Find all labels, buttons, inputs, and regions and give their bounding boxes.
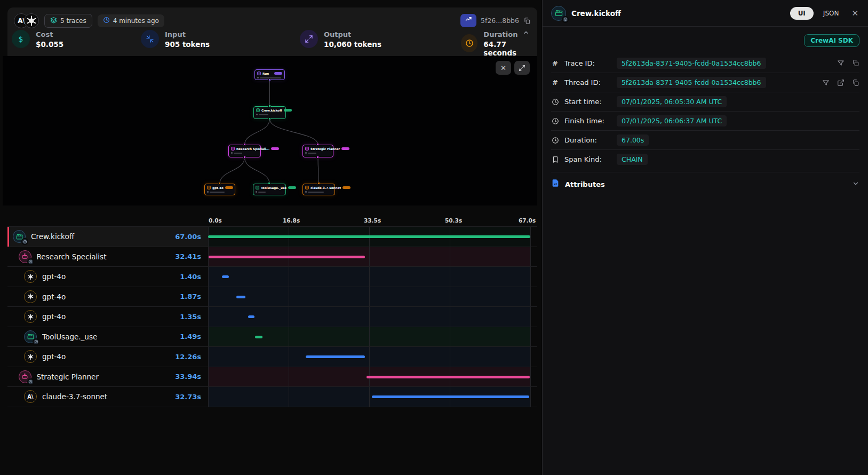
attributes-section[interactable]: Attributes	[551, 172, 859, 196]
node-badge	[343, 186, 351, 189]
copy-icon[interactable]	[852, 79, 859, 86]
chevron-up-icon[interactable]	[522, 29, 530, 36]
clock-icon	[551, 117, 559, 125]
field-finish-time: Finish time: 07/01/2025, 06:06:37 AM UTC	[551, 111, 859, 130]
span-bar	[372, 395, 529, 398]
node-icon	[207, 186, 211, 189]
agentops-badge-icon	[33, 338, 39, 345]
trend-chart-button[interactable]	[460, 14, 476, 27]
field-value: 07/01/2025, 06:05:30 AM UTC	[617, 96, 727, 107]
field-label: Start time:	[564, 98, 611, 106]
stat-output-label: Output	[324, 30, 381, 40]
node-handle	[316, 143, 319, 146]
stat-input-label: Input	[165, 30, 210, 40]
graph-node-gpt-4o[interactable]: gpt-4o	[204, 184, 235, 195]
copy-icon[interactable]	[523, 17, 531, 25]
tab-ui[interactable]: UI	[790, 7, 814, 20]
field-value: 67.00s	[617, 134, 649, 146]
field-value: 07/01/2025, 06:06:37 AM UTC	[617, 115, 727, 126]
agentops-badge-icon	[27, 378, 34, 385]
span-track	[208, 387, 531, 407]
axis-tick: 67.0s	[519, 217, 536, 224]
node-handle	[243, 156, 246, 159]
crew-icon	[13, 230, 26, 243]
span-duration: 1.35s	[180, 313, 208, 321]
span-row-gpt-4o[interactable]: gpt-4o 1.87s	[7, 287, 537, 307]
tab-json[interactable]: JSON	[819, 7, 843, 20]
span-name: claude-3.7-sonnet	[42, 392, 170, 401]
time-ago-label: 4 minutes ago	[113, 17, 159, 25]
span-name: gpt-4o	[42, 352, 170, 361]
detail-panel-title: Crew.kickoff	[571, 9, 785, 18]
stat-input: Input 905 tokens	[141, 30, 210, 49]
trace-header-top: A\ 5 traces 4 minutes ago	[7, 7, 537, 29]
span-row-crew-kickoff[interactable]: Crew.kickoff 67.00s	[7, 226, 537, 247]
node-icon	[256, 186, 259, 189]
node-subtext	[234, 153, 242, 154]
model-avatar-stack: A\	[14, 13, 39, 28]
node-subtext	[258, 192, 266, 193]
node-badge	[341, 147, 349, 150]
detail-panel-header: Crew.kickoff UI JSON ✕	[543, 0, 868, 27]
node-handle	[268, 105, 271, 107]
stat-output: Output 10,060 tokens	[300, 30, 381, 49]
span-track	[208, 367, 531, 387]
stat-cost-value: $0.055	[36, 40, 63, 49]
span-bar	[209, 256, 364, 258]
trace-stats-row: $ Cost $0.055 Input 905 tokens	[7, 29, 537, 56]
span-duration: 33.94s	[175, 373, 208, 381]
field-value: 5f2613da-8371-9405-fcdd-0a1534cc8bb6	[617, 58, 766, 69]
span-name: gpt-4o	[42, 312, 174, 321]
graph-close-button[interactable]: ✕	[496, 61, 511, 75]
filter-icon[interactable]	[837, 59, 845, 67]
span-row-gpt-4o[interactable]: gpt-4o 1.40s	[7, 266, 537, 287]
axis-tick: 0.0s	[209, 217, 222, 224]
dollar-icon: $	[12, 30, 30, 48]
graph-node-claude-sonnet[interactable]: claude-3.7-sonnet	[302, 184, 335, 195]
span-duration: 1.49s	[180, 332, 208, 341]
trace-header-right: 5f26...8bb6	[460, 14, 531, 27]
field-start-time: Start time: 07/01/2025, 06:05:30 AM UTC	[551, 92, 859, 111]
openai-icon	[24, 13, 39, 28]
axis-tick: 33.5s	[364, 217, 381, 224]
node-subtext	[210, 192, 225, 193]
span-track	[208, 227, 531, 247]
trace-header-card: A\ 5 traces 4 minutes ago	[7, 7, 537, 56]
span-row-gpt-4o[interactable]: gpt-4o 12.26s	[7, 346, 537, 367]
span-row-toolusage[interactable]: ToolUsage._use 1.49s	[7, 327, 537, 347]
agentops-badge-icon	[562, 16, 569, 23]
field-label: Span Kind:	[564, 155, 611, 163]
traces-count-badge[interactable]: 5 traces	[44, 14, 92, 28]
graph-node-label: claude-3.7-sonnet	[310, 186, 341, 189]
crew-icon	[551, 6, 566, 21]
span-name: Crew.kickoff	[31, 232, 170, 241]
field-label: Duration:	[564, 136, 611, 144]
close-icon[interactable]: ✕	[848, 9, 859, 18]
stat-duration-value: 64.77 seconds	[483, 40, 537, 57]
span-bar	[255, 336, 262, 338]
span-bar	[248, 315, 254, 318]
span-row-claude-sonnet[interactable]: A\ claude-3.7-sonnet 32.73s	[7, 386, 537, 407]
stat-cost-label: Cost	[36, 30, 63, 40]
tool-icon	[24, 330, 37, 343]
graph-node-label: gpt-4o	[212, 186, 224, 189]
graph-expand-button[interactable]	[514, 61, 530, 75]
external-link-icon[interactable]	[837, 79, 845, 86]
filter-icon[interactable]	[822, 79, 830, 86]
node-handle	[268, 78, 271, 81]
clock-icon	[103, 17, 110, 25]
span-waterfall: 0.0s 16.8s 33.5s 50.3s 67.0s Crew.kickof…	[7, 210, 537, 407]
span-row-research-specialist[interactable]: Research Specialist 32.41s	[7, 247, 537, 267]
copy-icon[interactable]	[852, 59, 859, 67]
span-duration: 67.00s	[175, 233, 208, 241]
span-row-strategic-planner[interactable]: Strategic Planner 33.94s	[7, 367, 537, 387]
span-bar	[367, 376, 530, 378]
node-badge	[274, 72, 282, 75]
graph-node-label: Research Speciali...	[236, 147, 269, 151]
span-row-gpt-4o[interactable]: gpt-4o 1.35s	[7, 306, 537, 327]
node-subtext-icon	[256, 191, 257, 193]
span-duration: 1.40s	[180, 273, 208, 281]
graph-node-label: ToolUsage._use	[261, 186, 286, 189]
graph-node-toolusage[interactable]: ToolUsage._use	[253, 184, 286, 195]
span-track	[208, 307, 531, 327]
